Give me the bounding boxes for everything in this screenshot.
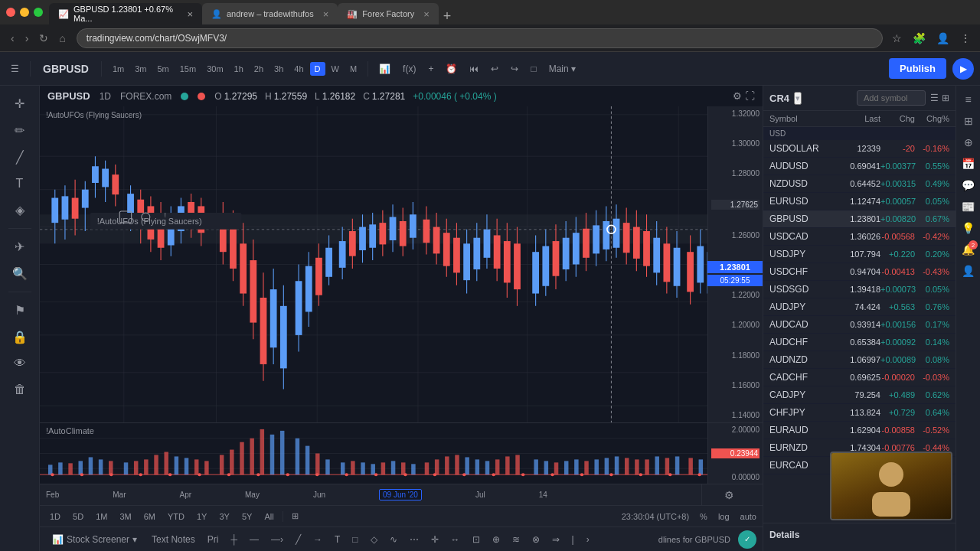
- text-tool[interactable]: T: [11, 172, 28, 195]
- add-symbol-input[interactable]: [857, 90, 926, 106]
- profile-icon[interactable]: 👤: [933, 29, 952, 47]
- brush-tool[interactable]: ⊗: [528, 532, 544, 547]
- ray-tool[interactable]: —›: [267, 532, 287, 547]
- ideas-icon[interactable]: 💡: [959, 219, 978, 237]
- symbol-row-gbpusd[interactable]: GBPUSD 1.23801 +0.00820 0.67%: [763, 210, 956, 228]
- tab3-close-icon[interactable]: ×: [423, 8, 430, 20]
- measure-tool[interactable]: ✈: [10, 235, 29, 259]
- compare-button[interactable]: +: [423, 60, 438, 77]
- symbol-row-eurusd[interactable]: EURUSD 1.12474 +0.00057 0.05%: [763, 193, 956, 210]
- zoom-tool[interactable]: 🔍: [8, 262, 32, 285]
- menu-button[interactable]: ☰: [6, 60, 24, 77]
- forward-button[interactable]: ›: [21, 29, 34, 47]
- indicators-button[interactable]: f(x): [398, 60, 420, 77]
- tf-30m[interactable]: 30m: [202, 62, 227, 76]
- symbol-row-usdchf[interactable]: USDCHF 0.94704 -0.00413 -0.43%: [763, 263, 956, 281]
- cross2-tool[interactable]: ✛: [427, 532, 443, 547]
- period-all[interactable]: All: [260, 510, 277, 523]
- browser-tab-3[interactable]: 🏭 Forex Factory ×: [338, 3, 438, 24]
- line2-tool[interactable]: |: [568, 532, 578, 547]
- period-5d[interactable]: 5D: [69, 510, 87, 523]
- rect-tool[interactable]: □: [348, 532, 361, 547]
- calendar-icon[interactable]: 📅: [959, 155, 978, 173]
- symbol-row-usdollar[interactable]: USDOLLAR 12339 -20 -0.16%: [763, 140, 956, 158]
- tab2-close-icon[interactable]: ×: [323, 8, 329, 20]
- alert-button[interactable]: ⏰: [441, 60, 462, 77]
- extensions-icon[interactable]: 🧩: [910, 29, 929, 47]
- symbol-row-audjpy[interactable]: AUDJPY 74.424 +0.563 0.76%: [763, 298, 956, 316]
- period-1y[interactable]: 1Y: [193, 510, 211, 523]
- symbol-row-audcad[interactable]: AUDCAD 0.93914 +0.00156 0.17%: [763, 316, 956, 334]
- draw-tool-period[interactable]: ⊞: [288, 510, 302, 523]
- tf-M[interactable]: M: [345, 62, 361, 76]
- home-button[interactable]: ⌂: [54, 29, 70, 47]
- fib-tool[interactable]: ⊡: [469, 532, 484, 547]
- text-draw-tool[interactable]: T: [331, 532, 344, 547]
- more2-tool[interactable]: ›: [583, 532, 593, 547]
- minimize-button[interactable]: [20, 8, 29, 17]
- replay-button[interactable]: ⏮: [465, 60, 483, 77]
- address-bar[interactable]: tradingview.com/chart/OSwjMFV3/: [77, 28, 883, 48]
- wave-tool[interactable]: ≋: [508, 532, 524, 547]
- measure2-tool[interactable]: ↔: [447, 532, 464, 547]
- symbol-row-usdcad[interactable]: USDCAD 1.36026 -0.00568 -0.42%: [763, 228, 956, 246]
- path-tool[interactable]: ∿: [386, 532, 401, 547]
- watchlist-list-icon[interactable]: ☰: [930, 93, 939, 103]
- screener-button[interactable]: 📊 Stock Screener ▾: [46, 532, 143, 547]
- chart-type-button[interactable]: 📊: [374, 60, 395, 77]
- text-notes-button[interactable]: Text Notes: [148, 532, 199, 547]
- period-1d[interactable]: 1D: [46, 510, 64, 523]
- pattern-tool[interactable]: ⊕: [488, 532, 504, 547]
- browser-tab-active[interactable]: 📈 GBPUSD 1.23801 +0.67% Ma... ×: [49, 3, 202, 24]
- tf-5m[interactable]: 5m: [152, 62, 173, 76]
- tf-1h[interactable]: 1h: [230, 62, 248, 76]
- watchlist-grid-icon[interactable]: ⊞: [942, 93, 949, 103]
- symbol-row-nzdusd[interactable]: NZDUSD 0.64452 +0.00315 0.49%: [763, 175, 956, 193]
- new-tab-button[interactable]: +: [439, 8, 456, 24]
- tf-4h[interactable]: 4h: [289, 62, 308, 76]
- period-3m[interactable]: 3M: [116, 510, 135, 523]
- symbol-row-usdsgd[interactable]: USDSGD 1.39418 +0.00073 0.05%: [763, 281, 956, 298]
- alerts-icon[interactable]: 🔔 2: [959, 240, 978, 259]
- chat-icon[interactable]: 💬: [959, 176, 978, 194]
- tf-3m[interactable]: 3m: [130, 62, 151, 76]
- browser-tab-2[interactable]: 👤 andrew – tradewithufos ×: [202, 3, 338, 24]
- redo-button[interactable]: ↪: [506, 60, 523, 77]
- cursor-tool[interactable]: ┼: [227, 532, 241, 547]
- screener-side-icon[interactable]: ⊞: [961, 112, 976, 130]
- tf-1m[interactable]: 1m: [108, 62, 129, 76]
- eye-tool[interactable]: 👁: [9, 352, 31, 375]
- chart-main[interactable]: !AutoUFOs (Flying Saucers) ! 1.32000 1.3…: [40, 106, 763, 422]
- tf-D[interactable]: D: [310, 62, 325, 76]
- period-ytd[interactable]: YTD: [164, 510, 188, 523]
- maximize-button[interactable]: [34, 8, 43, 17]
- shape-draw-tool[interactable]: ◇: [367, 532, 381, 547]
- tf-2h[interactable]: 2h: [250, 62, 268, 76]
- compare-side-icon[interactable]: ⊕: [961, 133, 976, 152]
- person-icon[interactable]: 👤: [959, 262, 978, 280]
- more-options-icon[interactable]: ⋮: [957, 29, 974, 47]
- back-button[interactable]: ‹: [6, 29, 19, 47]
- crosshair-tool[interactable]: ✛: [10, 92, 29, 116]
- line-tool[interactable]: ╱: [11, 145, 28, 169]
- symbol-row-audchf[interactable]: AUDCHF 0.65384 +0.00092 0.14%: [763, 334, 956, 351]
- play-button[interactable]: ▶: [952, 58, 974, 80]
- watchlist-dropdown[interactable]: ▾: [794, 92, 802, 105]
- magnet-tool[interactable]: ⚑: [10, 298, 30, 322]
- symbol-row-usdjpy[interactable]: USDJPY 107.794 +0.220 0.20%: [763, 246, 956, 263]
- news-icon[interactable]: 📰: [959, 197, 978, 216]
- lock-tool[interactable]: 🔒: [8, 325, 32, 349]
- trend-tool[interactable]: ╱: [292, 532, 305, 547]
- tf-W[interactable]: W: [327, 62, 344, 76]
- symbol-row-cadchf[interactable]: CADCHF 0.69625 -0.00020 -0.03%: [763, 369, 956, 386]
- close-button[interactable]: [6, 8, 15, 17]
- period-6m[interactable]: 6M: [140, 510, 159, 523]
- bookmark-icon[interactable]: ☆: [889, 29, 905, 47]
- main-button[interactable]: Main ▾: [544, 60, 580, 77]
- shape-tool[interactable]: ◈: [11, 198, 29, 222]
- trash-tool[interactable]: 🗑: [9, 378, 31, 401]
- symbol-row-euraud[interactable]: EURAUD 1.62904 -0.00858 -0.52%: [763, 422, 956, 439]
- arrow-tool[interactable]: →: [309, 532, 326, 547]
- symbol-row-cadjpy[interactable]: CADJPY 79.254 +0.489 0.62%: [763, 386, 956, 404]
- price-mode-button[interactable]: Pri: [204, 532, 223, 547]
